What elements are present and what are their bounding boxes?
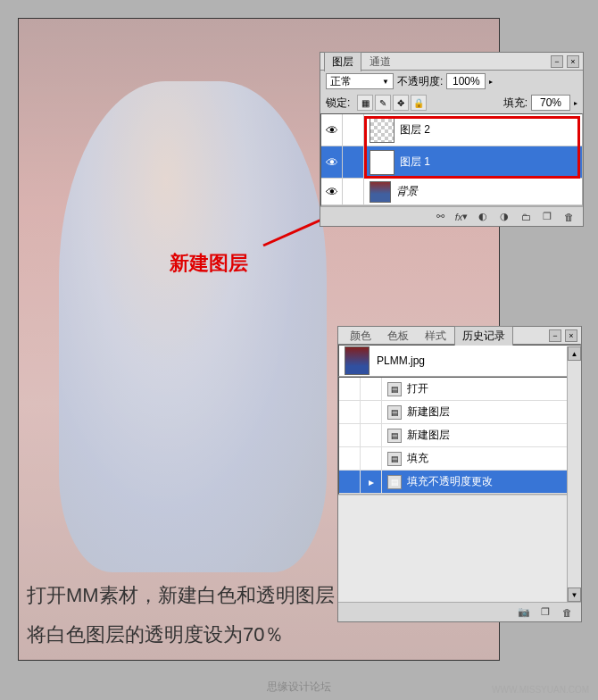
visibility-eye-icon[interactable]: 👁	[326, 185, 338, 199]
close-icon[interactable]: ×	[565, 329, 577, 342]
doc-icon: ▤	[387, 475, 402, 489]
history-step-label: 新建图层	[407, 428, 450, 443]
scrollbar[interactable]: ▲ ▼	[567, 346, 581, 602]
history-source-row[interactable]: PLMM.jpg	[338, 345, 581, 377]
history-step-fill-opacity[interactable]: ▸ ▤ 填充不透明度更改	[339, 471, 580, 494]
layer-thumb-white	[370, 150, 395, 175]
minimize-icon[interactable]: −	[549, 329, 561, 342]
tab-history[interactable]: 历史记录	[454, 326, 513, 346]
doc-icon: ▤	[387, 382, 402, 396]
scroll-up-icon[interactable]: ▲	[568, 346, 581, 361]
delete-state-icon[interactable]: 🗑	[558, 605, 576, 620]
history-cursor-icon: ▸	[361, 471, 382, 494]
history-state-col[interactable]	[361, 378, 382, 401]
link-col[interactable]	[343, 114, 364, 146]
layer-name: 图层 2	[400, 122, 430, 138]
opacity-input[interactable]: 100%	[446, 73, 486, 89]
history-step-label: 填充	[407, 451, 428, 466]
history-tabs: 颜色 色板 样式 历史记录 − ×	[338, 327, 581, 345]
fill-arrow-icon[interactable]: ▸	[574, 99, 577, 107]
history-file-name: PLMM.jpg	[377, 354, 425, 367]
minimize-icon[interactable]: −	[551, 55, 563, 68]
fill-label: 填充:	[503, 96, 527, 111]
instruction-text: 打开MM素材，新建白色和透明图层， 将白色图层的透明度设为70％	[27, 576, 354, 654]
history-step-fill[interactable]: ▤ 填充	[339, 447, 580, 471]
blend-mode-select[interactable]: 正常 ▼	[326, 73, 394, 89]
history-empty-area	[338, 495, 581, 602]
adjustment-layer-icon[interactable]: ◑	[495, 210, 513, 224]
fill-input[interactable]: 70%	[531, 95, 570, 111]
layer-fx-icon[interactable]: fx▾	[453, 210, 470, 224]
layer-row-1[interactable]: 👁 图层 1	[321, 146, 582, 179]
lock-paint-icon[interactable]: ✎	[375, 95, 391, 111]
layer-list: 👁 图层 2 👁 图层 1 👁 背景	[320, 113, 583, 206]
layer-name: 图层 1	[400, 154, 430, 170]
instruction-line1: 打开MM素材，新建白色和透明图层，	[27, 576, 354, 615]
lock-label: 锁定:	[326, 96, 350, 111]
annotation-new-layer: 新建图层	[170, 250, 248, 277]
link-col[interactable]	[343, 146, 364, 179]
history-step-label: 新建图层	[407, 404, 450, 420]
history-brush-col[interactable]	[339, 401, 361, 424]
blend-mode-value: 正常	[330, 74, 352, 89]
visibility-eye-icon[interactable]: 👁	[326, 123, 338, 138]
create-document-icon[interactable]: 📷	[515, 605, 533, 620]
layer-thumb-transparent	[370, 118, 395, 143]
lock-position-icon[interactable]: ✥	[393, 95, 409, 111]
watermark-url: WWW.MISSYUAN.COM	[492, 685, 589, 695]
layer-mask-icon[interactable]: ◐	[474, 210, 492, 224]
tab-layers[interactable]: 图层	[324, 52, 361, 71]
instruction-line2: 将白色图层的透明度设为70％	[27, 615, 354, 654]
doc-icon: ▤	[387, 405, 402, 420]
tab-swatches[interactable]: 色板	[379, 326, 417, 346]
lock-transparency-icon[interactable]: ▦	[357, 95, 373, 111]
tab-channels[interactable]: 通道	[361, 52, 399, 71]
tab-color[interactable]: 颜色	[342, 326, 379, 346]
chevron-down-icon: ▼	[382, 78, 389, 86]
history-step-label: 填充不透明度更改	[407, 474, 493, 489]
panel-tabs: 图层 通道 − ×	[320, 53, 583, 71]
lock-all-icon[interactable]: 🔒	[411, 95, 427, 111]
tab-styles[interactable]: 样式	[417, 326, 454, 346]
doc-icon: ▤	[387, 452, 402, 466]
history-brush-col[interactable]	[339, 447, 361, 471]
history-list: ▤ 打开 ▤ 新建图层 ▤ 新建图层 ▤ 填充 ▸ ▤ 填充不透明度更改	[338, 377, 581, 495]
doc-icon: ▤	[387, 429, 402, 443]
history-state-col[interactable]	[361, 424, 382, 447]
history-panel: 颜色 色板 样式 历史记录 − × PLMM.jpg ▤ 打开 ▤ 新建图层 ▤…	[337, 326, 582, 622]
blend-opacity-row: 正常 ▼ 不透明度: 100% ▸	[320, 71, 583, 92]
watermark-main: 思缘设计论坛	[267, 679, 331, 695]
layer-name: 背景	[396, 184, 418, 199]
history-brush-col[interactable]	[339, 424, 361, 447]
new-layer-icon[interactable]: ❐	[538, 210, 556, 224]
layer-row-2[interactable]: 👁 图层 2	[321, 114, 582, 146]
visibility-eye-icon[interactable]: 👁	[326, 155, 338, 170]
history-step-new-layer[interactable]: ▤ 新建图层	[339, 424, 580, 447]
layers-panel: 图层 通道 − × 正常 ▼ 不透明度: 100% ▸ 锁定: ▦ ✎ ✥ 🔒 …	[320, 52, 584, 227]
layer-thumb-bg	[370, 181, 391, 203]
history-source-thumb	[345, 346, 370, 375]
lock-fill-row: 锁定: ▦ ✎ ✥ 🔒 填充: 70% ▸	[320, 92, 583, 113]
history-state-col[interactable]	[361, 447, 382, 471]
history-footer: 📷 ❐ 🗑	[338, 602, 581, 621]
close-icon[interactable]: ×	[567, 55, 579, 68]
opacity-label: 不透明度:	[397, 74, 443, 89]
link-col[interactable]	[343, 179, 364, 205]
layers-footer: ⚯ fx▾ ◐ ◑ 🗀 ❐ 🗑	[320, 206, 583, 226]
link-layers-icon[interactable]: ⚯	[431, 210, 449, 224]
history-state-col[interactable]	[361, 401, 382, 424]
opacity-arrow-icon[interactable]: ▸	[489, 78, 493, 86]
history-step-label: 打开	[407, 381, 428, 396]
history-step-open[interactable]: ▤ 打开	[339, 378, 580, 401]
delete-layer-icon[interactable]: 🗑	[560, 210, 577, 224]
scroll-down-icon[interactable]: ▼	[568, 588, 581, 602]
new-group-icon[interactable]: 🗀	[517, 210, 535, 224]
new-snapshot-icon[interactable]: ❐	[536, 605, 554, 620]
layer-row-bg[interactable]: 👁 背景	[321, 179, 582, 205]
history-brush-col[interactable]	[339, 471, 361, 494]
history-step-new-layer[interactable]: ▤ 新建图层	[339, 401, 580, 424]
history-brush-col[interactable]	[339, 378, 361, 401]
